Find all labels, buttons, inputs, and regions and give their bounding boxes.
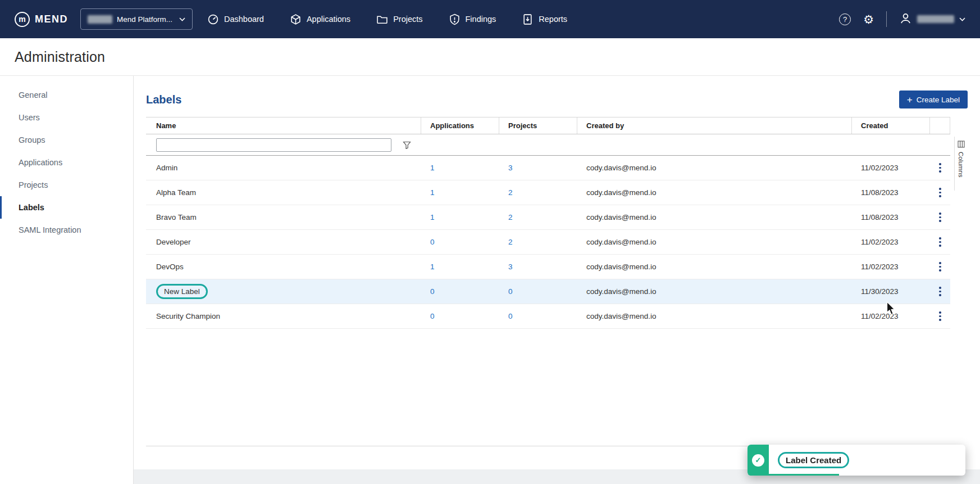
nav-reports-label: Reports — [539, 15, 567, 24]
toast-notification[interactable]: ✓ Label Created — [747, 445, 965, 476]
projects-count-link[interactable]: 3 — [508, 164, 513, 172]
table-row[interactable]: DevOps 1 3 cody.davis@mend.io 11/02/2023 — [146, 255, 950, 279]
row-menu-icon[interactable] — [937, 309, 943, 323]
table-row[interactable]: New Label 0 0 cody.davis@mend.io 11/30/2… — [146, 279, 950, 304]
nav-findings[interactable]: Findings — [449, 13, 496, 25]
column-header-name[interactable]: Name — [146, 117, 421, 134]
applications-count-link[interactable]: 0 — [430, 312, 435, 320]
created-by-cell: cody.davis@mend.io — [577, 263, 852, 271]
column-header-created[interactable]: Created — [852, 117, 930, 134]
table-row[interactable]: Alpha Team 1 2 cody.davis@mend.io 11/08/… — [146, 180, 950, 205]
filter-row — [146, 134, 950, 156]
nav-applications[interactable]: Applications — [290, 13, 350, 25]
projects-count-link[interactable]: 2 — [508, 238, 513, 246]
sidebar-item-users[interactable]: Users — [0, 106, 133, 129]
label-name-cell: Security Champion — [156, 312, 220, 320]
folder-icon — [376, 13, 388, 25]
redacted-username — [917, 15, 954, 23]
columns-panel-tab[interactable]: Columns — [954, 137, 967, 191]
row-menu-icon[interactable] — [937, 186, 943, 200]
toast-accent-bar: ✓ — [747, 445, 769, 476]
name-filter-input[interactable] — [156, 138, 391, 152]
created-date-cell: 11/02/2023 — [852, 238, 930, 246]
toast-message: Label Created — [778, 452, 849, 468]
columns-tab-label: Columns — [958, 152, 964, 177]
nav-applications-label: Applications — [307, 15, 350, 24]
success-check-icon: ✓ — [752, 454, 764, 467]
top-navbar: m MEND Mend Platform... Dashboard Applic… — [0, 0, 980, 38]
nav-dashboard-label: Dashboard — [224, 15, 264, 24]
chevron-down-icon — [959, 17, 965, 21]
labels-section-title: Labels — [146, 93, 181, 106]
applications-count-link[interactable]: 1 — [430, 164, 435, 172]
applications-icon — [290, 13, 302, 25]
table-row[interactable]: Admin 1 3 cody.davis@mend.io 11/02/2023 — [146, 156, 950, 180]
label-name-cell: DevOps — [156, 263, 184, 271]
help-icon[interactable]: ? — [839, 13, 851, 25]
projects-count-link[interactable]: 2 — [508, 213, 513, 221]
created-by-cell: cody.davis@mend.io — [577, 287, 852, 296]
created-date-cell: 11/30/2023 — [852, 287, 930, 296]
label-name-cell: Alpha Team — [156, 188, 196, 197]
sidebar-item-applications[interactable]: Applications — [0, 151, 133, 174]
table-row[interactable]: Security Champion 0 0 cody.davis@mend.io… — [146, 304, 950, 329]
applications-count-link[interactable]: 1 — [430, 263, 435, 271]
column-header-projects[interactable]: Projects — [499, 117, 577, 134]
applications-count-link[interactable]: 1 — [430, 188, 435, 197]
columns-icon — [958, 141, 965, 148]
mend-logo-icon: m — [15, 12, 30, 27]
projects-count-link[interactable]: 2 — [508, 188, 513, 197]
row-menu-icon[interactable] — [937, 210, 943, 224]
toast-progress-bar — [747, 474, 839, 476]
sidebar-item-labels[interactable]: Labels — [0, 196, 133, 219]
org-selector-dropdown[interactable]: Mend Platform... — [80, 8, 193, 30]
table-row[interactable]: Developer 0 2 cody.davis@mend.io 11/02/2… — [146, 230, 950, 255]
label-name-cell: New Label — [156, 284, 208, 299]
column-header-applications[interactable]: Applications — [421, 117, 499, 134]
nav-projects-label: Projects — [393, 15, 422, 24]
applications-count-link[interactable]: 0 — [430, 238, 435, 246]
row-menu-icon[interactable] — [937, 260, 943, 274]
topbar-right: ? ⚙ — [839, 11, 965, 27]
projects-count-link[interactable]: 3 — [508, 263, 513, 271]
user-menu[interactable] — [899, 12, 965, 27]
applications-count-link[interactable]: 1 — [430, 213, 435, 221]
table-row[interactable]: Bravo Team 1 2 cody.davis@mend.io 11/08/… — [146, 205, 950, 230]
gear-icon[interactable]: ⚙ — [863, 13, 874, 25]
brand-name: MEND — [35, 13, 68, 25]
column-header-created-by[interactable]: Created by — [577, 117, 852, 134]
main-nav: Dashboard Applications Projects Findings… — [207, 13, 567, 25]
filter-funnel-icon[interactable] — [403, 141, 411, 149]
column-header-actions — [930, 117, 950, 134]
row-menu-icon[interactable] — [937, 235, 943, 249]
nav-dashboard[interactable]: Dashboard — [207, 13, 264, 25]
applications-count-link[interactable]: 0 — [430, 287, 435, 296]
created-by-cell: cody.davis@mend.io — [577, 164, 852, 172]
org-selector-label: Mend Platform... — [117, 15, 172, 24]
nav-reports[interactable]: Reports — [522, 13, 567, 25]
label-name-cell: Bravo Team — [156, 213, 197, 221]
projects-count-link[interactable]: 0 — [508, 287, 513, 296]
create-label-button[interactable]: + Create Label — [899, 91, 968, 108]
topbar-divider — [886, 11, 887, 27]
sidebar-item-saml-integration[interactable]: SAML Integration — [0, 219, 133, 241]
table-header-row: Name Applications Projects Created by Cr… — [146, 117, 950, 134]
dashboard-icon — [207, 13, 219, 25]
projects-count-link[interactable]: 0 — [508, 312, 513, 320]
page-header: Administration — [0, 38, 980, 76]
created-by-cell: cody.davis@mend.io — [577, 213, 852, 221]
sidebar-nav: GeneralUsersGroupsApplicationsProjectsLa… — [0, 76, 134, 484]
table-body: Admin 1 3 cody.davis@mend.io 11/02/2023 … — [146, 156, 950, 329]
sidebar-item-groups[interactable]: Groups — [0, 129, 133, 151]
sidebar-item-projects[interactable]: Projects — [0, 174, 133, 196]
mend-logo[interactable]: m MEND — [15, 12, 68, 27]
sidebar-item-general[interactable]: General — [0, 84, 133, 106]
created-date-cell: 11/02/2023 — [852, 164, 930, 172]
page-title: Administration — [15, 49, 105, 65]
redacted-org-name — [88, 15, 112, 24]
table-empty-area — [146, 329, 950, 446]
row-menu-icon[interactable] — [937, 284, 943, 298]
created-date-cell: 11/08/2023 — [852, 213, 930, 221]
row-menu-icon[interactable] — [937, 161, 943, 175]
nav-projects[interactable]: Projects — [376, 13, 422, 25]
